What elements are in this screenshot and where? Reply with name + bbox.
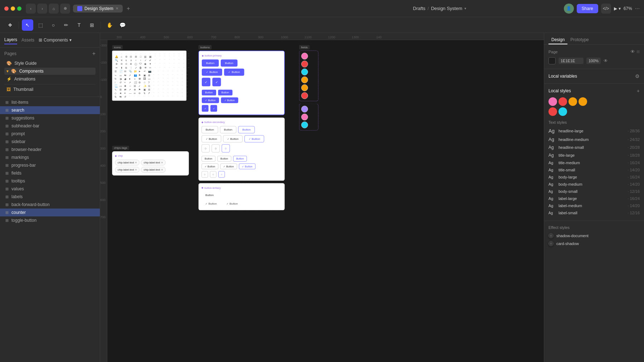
primary-btn-sm-icon-1[interactable]: ✓ Button — [202, 97, 219, 103]
close-button[interactable] — [4, 6, 9, 11]
effect-shadow-document[interactable]: shadow-document — [548, 232, 640, 240]
tab-close-icon[interactable]: ✕ — [116, 6, 118, 10]
chip-4[interactable]: chip-label-text ✕ — [141, 167, 166, 172]
page-item-components[interactable]: ▾ 🎨 Components — [4, 68, 96, 75]
primary-btn-sm-2[interactable]: Button — [218, 90, 232, 96]
style-body-small[interactable]: Ag body-small · 12/16 — [548, 188, 640, 195]
style-label-medium[interactable]: Ag label-medium · 14/20 — [548, 202, 640, 209]
forward-button[interactable]: › — [37, 4, 47, 14]
page-item-animations[interactable]: ⚡ Animations — [4, 75, 96, 83]
style-title-small[interactable]: Ag title-small · 14/20 — [548, 166, 640, 173]
layer-labels[interactable]: ⊞ labels — [0, 193, 100, 201]
comment-tool[interactable]: 💬 — [117, 19, 128, 31]
layer-progress-bar[interactable]: ⊞ progress-bar — [0, 161, 100, 169]
primary-btn-1[interactable]: Button — [202, 59, 219, 67]
style-body-medium[interactable]: Ag body-medium · 14/20 — [548, 181, 640, 188]
hand-tool[interactable]: ✋ — [104, 19, 115, 31]
tab-design[interactable]: Design — [548, 36, 567, 44]
layer-browser-header[interactable]: ⊞ browser-header — [0, 146, 100, 153]
primary-btn-2[interactable]: Button — [221, 59, 238, 67]
globe-button[interactable]: ⊕ — [60, 4, 70, 14]
style-body-large[interactable]: Ag body-large · 16/24 — [548, 173, 640, 181]
page-bg-swatch[interactable] — [548, 57, 556, 64]
layer-toggle-button[interactable]: ⊞ toggle-button — [0, 216, 100, 224]
layer-tooltips[interactable]: ⊞ tooltips — [0, 177, 100, 185]
layer-fields[interactable]: ⊞ fields — [0, 169, 100, 177]
chip-2-close[interactable]: ✕ — [161, 161, 163, 164]
secondary-btn-2[interactable]: Button — [220, 126, 236, 133]
secondary-btn-1[interactable]: Button — [201, 126, 218, 133]
text-tool[interactable]: T — [73, 19, 85, 31]
secondary-only-btn-1[interactable]: ○ — [201, 144, 210, 152]
secondary-only-btn-2[interactable]: ○ — [211, 144, 220, 152]
tertiary-icon-2[interactable]: ✓ Button — [223, 200, 241, 207]
page-bg-opacity-input[interactable]: 100% — [586, 58, 601, 64]
layer-search[interactable]: ⊞ search — [0, 106, 100, 114]
tab-prototype[interactable]: Prototype — [567, 36, 591, 44]
effect-card-shadow[interactable]: card-shadow — [548, 240, 640, 248]
primary-icon-btn-1[interactable]: ✓ — [202, 78, 210, 86]
local-vars-settings-icon[interactable]: ⚙ — [635, 73, 640, 79]
secondary-btn-blue[interactable]: Button — [238, 126, 255, 133]
primary-btn-icon-1[interactable]: ✓ Button — [202, 69, 222, 76]
secondary-icon-btn-1[interactable]: ✓ Button — [201, 135, 221, 142]
tab-assets[interactable]: Assets — [21, 36, 34, 44]
components-dropdown[interactable]: ▾ — [69, 38, 72, 43]
secondary-only-sm-2[interactable]: ○ — [210, 171, 216, 177]
primary-btn-icon-2[interactable]: ✓ Button — [224, 69, 244, 76]
primary-icon-btn-2[interactable]: ✓ — [212, 78, 221, 86]
component-tool[interactable]: ⊞ — [86, 19, 98, 31]
style-label-small[interactable]: Ag label-small · 12/16 — [548, 209, 640, 216]
chip-4-close[interactable]: ✕ — [161, 168, 163, 171]
layer-counter[interactable]: ⊞ counter — [0, 209, 100, 216]
style-headline-small[interactable]: Ag headline-small · 20/28 — [548, 143, 640, 151]
code-button[interactable]: </> — [601, 4, 611, 14]
share-button[interactable]: Share — [577, 4, 598, 13]
tertiary-btn-1[interactable]: Button — [201, 192, 218, 199]
secondary-icon-btn-2[interactable]: ✓ Button — [223, 135, 243, 142]
play-icon[interactable]: ▶ — [614, 6, 617, 11]
tertiary-icon-1[interactable]: ✓ Button — [201, 200, 220, 207]
page-item-thumbnail[interactable]: 🖼 Thumbnail — [4, 86, 96, 93]
secondary-btn-sm-2[interactable]: Button — [217, 156, 231, 162]
page-bg-hex-input[interactable]: 1E1E1E — [558, 58, 584, 64]
style-label-large[interactable]: Ag label-large · 16/24 — [548, 195, 640, 202]
back-button[interactable]: ‹ — [26, 4, 36, 14]
primary-btn-sm-1[interactable]: Button — [202, 90, 216, 96]
secondary-btn-sm-1[interactable]: Button — [201, 156, 215, 162]
layer-markings[interactable]: ⊞ markings — [0, 153, 100, 161]
user-avatar[interactable]: 👤 — [564, 4, 574, 14]
layer-sidebar[interactable]: ⊞ sidebar — [0, 138, 100, 146]
chip-2[interactable]: chip-label-text ✕ — [141, 160, 166, 165]
select-tool[interactable]: ↖ — [22, 19, 33, 31]
more-options-button[interactable]: ··· — [635, 5, 640, 12]
zoom-level[interactable]: 67% — [624, 6, 632, 11]
layer-list-items[interactable]: ⊞ list-items — [0, 98, 100, 106]
canvas-content[interactable]: icons ··· ··· ··· ··· ··· ··· ··· — [107, 40, 544, 362]
secondary-only-btn-blue[interactable]: ○ — [222, 144, 230, 152]
layer-subheader-bar[interactable]: ⊞ subheader-bar — [0, 122, 100, 130]
play-dropdown[interactable]: ▾ — [619, 6, 621, 11]
minimize-button[interactable] — [11, 6, 15, 11]
style-title-medium[interactable]: Ag title-medium · 16/24 — [548, 159, 640, 166]
page-item-style-guide[interactable]: 🎨 Style Guide — [4, 60, 96, 67]
style-headline-large[interactable]: Ag headline-large · 28/36 — [548, 127, 640, 135]
secondary-sm-icon-2[interactable]: ✓ Button — [220, 163, 237, 169]
breadcrumb-dropdown-icon[interactable]: ▾ — [464, 6, 466, 10]
page-visibility-icon[interactable]: 👁 — [630, 49, 635, 54]
add-page-button[interactable]: + — [92, 50, 96, 57]
layer-suggestions[interactable]: ⊞ suggestions — [0, 114, 100, 122]
primary-icon-btn-sm-2[interactable]: ✓ — [210, 105, 217, 112]
layer-back-forward[interactable]: ⊞ back-forward-button — [0, 201, 100, 209]
chip-3[interactable]: chip-label-text ✕ — [115, 167, 140, 172]
new-tab-button[interactable]: + — [124, 4, 133, 13]
secondary-sm-icon-1[interactable]: ✓ Button — [201, 163, 218, 169]
layer-values[interactable]: ⊞ values — [0, 185, 100, 193]
style-title-large[interactable]: Ag title-large · 18/28 — [548, 151, 640, 159]
secondary-sm-icon-blue[interactable]: ✓ Button — [239, 163, 256, 169]
secondary-only-sm-blue[interactable]: ○ — [218, 171, 225, 177]
canvas-area[interactable]: 300 400 500 600 700 800 900 1000 1100 12… — [100, 33, 544, 362]
style-headline-medium[interactable]: Ag headline-medium · 24/32 — [548, 135, 640, 143]
page-eye-toggle[interactable]: 👁 — [604, 58, 608, 63]
primary-btn-sm-icon-2[interactable]: ✓ Button — [221, 97, 238, 103]
